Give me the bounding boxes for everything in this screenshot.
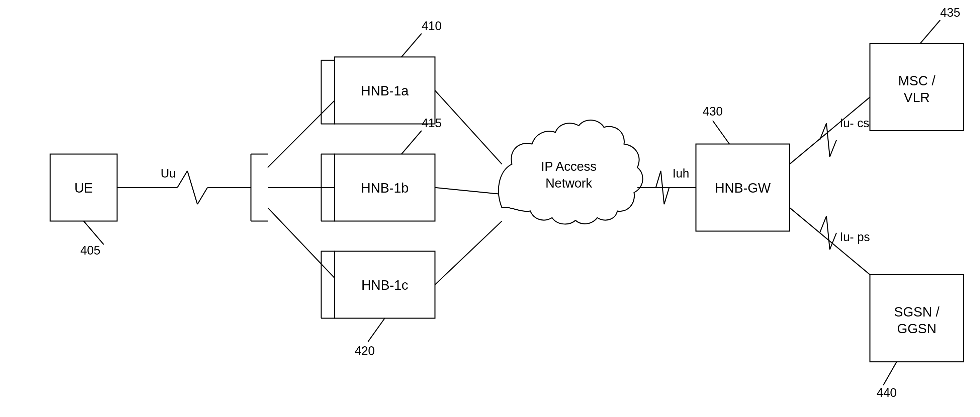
svg-text:Network: Network (546, 176, 592, 190)
ref-435: 435 (940, 6, 960, 19)
svg-text:SGSN /: SGSN / (894, 304, 940, 319)
svg-line-4 (177, 171, 188, 188)
svg-line-32 (435, 90, 502, 164)
iu-ps-label: Iu- ps (840, 230, 870, 244)
svg-line-39 (664, 188, 669, 205)
svg-text:MSC /: MSC / (898, 73, 935, 88)
svg-line-28 (368, 318, 385, 342)
svg-line-13 (268, 208, 334, 278)
ref-420: 420 (355, 344, 375, 358)
svg-line-22 (401, 131, 422, 154)
svg-line-49 (826, 216, 830, 249)
svg-line-33 (435, 188, 502, 194)
iu-cs-label: Iu- cs (840, 116, 869, 130)
svg-line-2 (84, 221, 104, 244)
svg-line-48 (820, 216, 826, 233)
diagram: UE 405 Uu HNB-1a 410 (0, 0, 980, 417)
svg-line-34 (435, 221, 502, 285)
svg-text:HNB-1b: HNB-1b (361, 181, 409, 195)
svg-line-16 (401, 34, 422, 57)
svg-line-46 (826, 123, 830, 157)
svg-text:HNB-GW: HNB-GW (715, 181, 771, 195)
iuh-label: Iuh (673, 166, 689, 180)
svg-text:HNB-1c: HNB-1c (361, 278, 408, 292)
uu-label: Uu (161, 166, 176, 180)
svg-line-37 (656, 171, 661, 188)
svg-text:UE: UE (74, 181, 93, 195)
ref-430: 430 (703, 104, 723, 118)
svg-line-5 (188, 171, 197, 205)
ip-network-label: IP Access (541, 160, 597, 174)
svg-line-11 (268, 101, 334, 168)
svg-line-47 (830, 140, 837, 157)
svg-line-54 (920, 20, 940, 43)
svg-line-6 (197, 188, 207, 205)
svg-line-42 (713, 121, 729, 144)
ref-415: 415 (422, 116, 442, 130)
svg-line-50 (830, 233, 837, 249)
network-diagram-svg: UE 405 Uu HNB-1a 410 (0, 0, 980, 417)
svg-text:HNB-1a: HNB-1a (361, 83, 409, 98)
svg-line-58 (883, 362, 897, 385)
svg-line-45 (820, 123, 826, 140)
ref-440: 440 (877, 386, 897, 399)
ref-405: 405 (80, 243, 100, 257)
ref-410: 410 (422, 19, 442, 33)
svg-text:VLR: VLR (904, 90, 930, 105)
svg-text:GGSN: GGSN (897, 321, 937, 336)
